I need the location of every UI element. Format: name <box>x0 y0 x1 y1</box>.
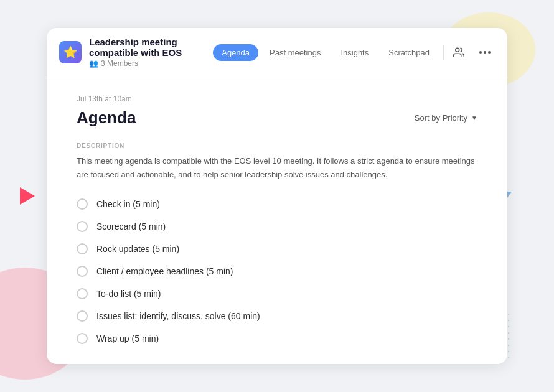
add-member-button[interactable] <box>449 42 469 62</box>
agenda-item-text: Scorecard (5 min) <box>96 222 166 231</box>
agenda-items-list: Check in (5 min)Scorecard (5 min)Rock up… <box>77 198 477 344</box>
agenda-heading-row: Agenda Sort by Priority ▼ <box>77 108 477 128</box>
agenda-item[interactable]: Issues list: identify, discuss, solve (6… <box>77 310 477 322</box>
app-icon: ⭐ <box>59 41 82 63</box>
agenda-item[interactable]: Rock updates (5 min) <box>77 243 477 254</box>
sort-label: Sort by Priority <box>415 113 467 123</box>
agenda-item[interactable]: To-do list (5 min) <box>77 288 477 299</box>
agenda-heading: Agenda <box>77 108 136 128</box>
main-card: ⭐ Leadership meeting compatible with EOS… <box>47 28 507 364</box>
app-icon-star: ⭐ <box>63 45 77 59</box>
agenda-item-radio[interactable] <box>77 333 88 344</box>
members-icon: 👥 <box>89 59 98 68</box>
svg-point-1 <box>479 51 482 54</box>
card-header: ⭐ Leadership meeting compatible with EOS… <box>47 28 507 77</box>
members-count: 3 Members <box>101 59 138 68</box>
tab-agenda[interactable]: Agenda <box>213 44 258 61</box>
agenda-item[interactable]: Wrap up (5 min) <box>77 333 477 344</box>
header-actions <box>449 42 495 62</box>
agenda-item-radio[interactable] <box>77 266 88 277</box>
meeting-members: 👥 3 Members <box>89 59 213 68</box>
agenda-item-text: Check in (5 min) <box>96 199 160 209</box>
tab-insights[interactable]: Insights <box>332 44 377 61</box>
agenda-item-text: Client / employee headlines (5 min) <box>96 266 233 276</box>
agenda-item-radio[interactable] <box>77 221 88 232</box>
agenda-item-radio[interactable] <box>77 310 88 322</box>
agenda-item-radio[interactable] <box>77 243 88 254</box>
svg-point-0 <box>456 48 459 52</box>
nav-divider <box>443 45 444 60</box>
sort-control[interactable]: Sort by Priority ▼ <box>415 113 477 123</box>
date-label: Jul 13th at 10am <box>77 95 477 103</box>
card-content: Jul 13th at 10am Agenda Sort by Priority… <box>47 77 507 364</box>
svg-point-2 <box>484 51 486 54</box>
nav-tabs: Agenda Past meetings Insights Scratchpad <box>213 44 438 61</box>
agenda-item[interactable]: Check in (5 min) <box>77 198 477 210</box>
description-section: DESCRIPTION This meeting agenda is compa… <box>77 142 477 181</box>
more-options-button[interactable] <box>475 42 495 62</box>
svg-point-3 <box>488 51 491 54</box>
play-icon <box>20 187 35 205</box>
tab-past-meetings[interactable]: Past meetings <box>261 44 329 61</box>
agenda-item[interactable]: Client / employee headlines (5 min) <box>77 266 477 277</box>
agenda-item-radio[interactable] <box>77 198 88 210</box>
description-text: This meeting agenda is compatible with t… <box>77 154 477 181</box>
tab-scratchpad[interactable]: Scratchpad <box>380 44 438 61</box>
agenda-item-text: To-do list (5 min) <box>96 289 161 299</box>
agenda-item[interactable]: Scorecard (5 min) <box>77 221 477 232</box>
agenda-item-text: Issues list: identify, discuss, solve (6… <box>96 311 260 321</box>
agenda-item-radio[interactable] <box>77 288 88 299</box>
agenda-item-text: Wrap up (5 min) <box>96 334 159 343</box>
meeting-title: Leadership meeting compatible with EOS <box>89 37 213 58</box>
play-button[interactable] <box>15 184 40 208</box>
more-options-icon <box>479 51 491 54</box>
add-member-icon <box>453 47 464 58</box>
agenda-item-text: Rock updates (5 min) <box>96 244 179 254</box>
sort-chevron-icon: ▼ <box>471 114 477 121</box>
description-label: DESCRIPTION <box>77 142 477 149</box>
meeting-info: Leadership meeting compatible with EOS 👥… <box>89 37 213 68</box>
